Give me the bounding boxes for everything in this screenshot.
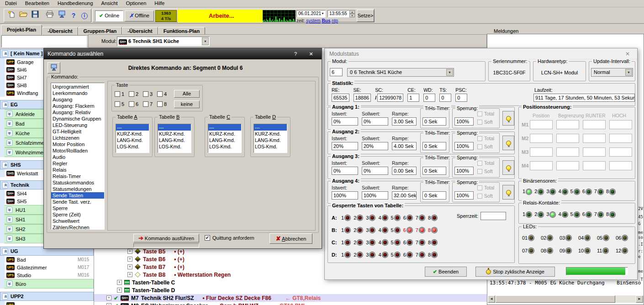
- info-button[interactable]: i: [79, 11, 90, 21]
- tree-row[interactable]: +✔SH+M7Technik SH2 Flur/SZ• Flur Decke S…: [94, 294, 487, 302]
- dialog-titlebar[interactable]: Modulstatus: [325, 48, 637, 59]
- expand-icon[interactable]: +: [106, 295, 111, 300]
- sperrung-value[interactable]: 100%: [454, 191, 474, 200]
- position-field[interactable]: [609, 161, 632, 170]
- tabelle-option[interactable]: KURZ-Kmd.: [254, 131, 287, 137]
- menu-ansicht[interactable]: Ansicht: [97, 0, 122, 6]
- menu-datei[interactable]: Datei: [1, 0, 21, 6]
- zeit-link-ntp[interactable]: ntp: [332, 18, 338, 23]
- menu-bearbeiten[interactable]: Bearbeiten: [21, 0, 53, 6]
- tabelle-option[interactable]: ---: [254, 124, 287, 131]
- dialog-help-button[interactable]: ?: [291, 50, 300, 58]
- dropdown-arrow-icon[interactable]: ▼: [320, 11, 325, 17]
- position-field[interactable]: [609, 147, 632, 157]
- modul-number-field[interactable]: 6: [330, 68, 343, 76]
- chevron-down-icon[interactable]: »: [7, 130, 13, 137]
- tabelle-option[interactable]: KURZ-Kmd.: [208, 131, 241, 137]
- total-checkbox[interactable]: [477, 136, 482, 141]
- tabelle-option[interactable]: LANG-Kmd.: [254, 137, 287, 143]
- position-field[interactable]: [609, 120, 632, 129]
- position-field[interactable]: [583, 120, 606, 129]
- tabelle-option[interactable]: KURZ-Kmd.: [116, 131, 149, 137]
- tabelle-option[interactable]: LANG-Kmd.: [116, 137, 149, 143]
- chevron-down-icon[interactable]: »: [7, 121, 13, 127]
- new-file-button[interactable]: [6, 11, 17, 21]
- trhs-value[interactable]: 0 Sek: [422, 117, 446, 126]
- expand-icon[interactable]: +: [117, 280, 122, 285]
- tabelle-option[interactable]: LOS-Kmd.: [254, 143, 287, 150]
- zeit-link-system[interactable]: system: [306, 18, 321, 23]
- tabelle-option[interactable]: LANG-Kmd.: [208, 137, 241, 143]
- menu-hilfe[interactable]: Hilfe: [150, 0, 169, 6]
- chevron-down-icon[interactable]: »: [7, 226, 13, 232]
- kommando-option[interactable]: Statusmeldungen: [51, 186, 104, 192]
- taste-checkbox-7[interactable]: [143, 101, 148, 107]
- tabelle-option[interactable]: KURZ-Kmd.: [158, 131, 191, 137]
- scroll-left-icon[interactable]: ◄: [488, 295, 495, 303]
- spin-down-icon[interactable]: ▼: [349, 14, 355, 17]
- position-field[interactable]: [556, 161, 579, 170]
- date-field[interactable]: 06.01.2021▼: [296, 10, 326, 17]
- sollwert-value[interactable]: 100%: [362, 191, 388, 200]
- rampe-value[interactable]: 32.00 Sek: [392, 191, 417, 200]
- istwert-value[interactable]: 20%: [332, 142, 358, 150]
- expand-icon[interactable]: +: [127, 272, 132, 277]
- chevron-down-icon[interactable]: »: [7, 207, 13, 213]
- chevron-up-icon[interactable]: »: [2, 182, 8, 188]
- kommando-option[interactable]: Sperre: [51, 205, 104, 211]
- modul-dropdown[interactable]: 0 6 Technik SH1 Küche▼: [347, 68, 454, 77]
- sidebar-group-büro[interactable]: »Büro: [5, 279, 94, 289]
- kommando-option[interactable]: Relais: [51, 167, 104, 173]
- istwert-value[interactable]: 0%: [332, 117, 358, 126]
- kommando-option[interactable]: Zählen/Rechnen: [51, 224, 104, 230]
- expand-icon[interactable]: +: [127, 257, 132, 262]
- stop-zyklische-anzeige-button[interactable]: Stop zyklische Anzeige: [475, 267, 555, 277]
- output-lamp-button[interactable]: [502, 111, 514, 126]
- kommando-option[interactable]: Motor Position: [51, 141, 104, 147]
- chevron-down-icon[interactable]: »: [7, 111, 13, 117]
- connection-button[interactable]: [56, 11, 67, 21]
- sidebar-item-studio[interactable]: UPSStudioM016: [5, 271, 94, 279]
- kommando-option[interactable]: GT-Helligkeit: [51, 128, 104, 135]
- position-field[interactable]: [583, 161, 606, 170]
- horizontal-scrollbar[interactable]: ◄ ►: [488, 295, 643, 303]
- chevron-down-icon[interactable]: »: [7, 216, 13, 223]
- kommando-option[interactable]: Leerkommando: [51, 90, 104, 96]
- taste-checkbox-1[interactable]: [115, 91, 120, 97]
- kommando-option[interactable]: Regler: [51, 160, 104, 167]
- total-checkbox[interactable]: [477, 185, 482, 190]
- taste-checkbox-2[interactable]: [129, 91, 134, 97]
- rampe-value[interactable]: 4.00 Sek: [392, 142, 417, 150]
- rampe-value[interactable]: 3.00 Sek: [392, 117, 417, 126]
- chevron-up-icon[interactable]: »: [2, 162, 8, 168]
- trhs-value[interactable]: 0 Sek: [422, 191, 446, 200]
- close-icon[interactable]: ✕: [307, 50, 315, 58]
- chevron-down-icon[interactable]: »: [7, 140, 13, 146]
- sidebar-item-gästezimmer[interactable]: UPSGästezimmerM017: [5, 263, 94, 271]
- taste-checkbox-4[interactable]: [157, 91, 163, 97]
- output-lamp-button[interactable]: [502, 185, 514, 200]
- expand-icon[interactable]: +: [117, 288, 122, 293]
- total-checkbox[interactable]: [477, 111, 482, 116]
- total-checkbox[interactable]: [477, 161, 482, 166]
- position-field[interactable]: [583, 134, 606, 143]
- set-time-button[interactable]: Setze>: [357, 10, 374, 22]
- position-field[interactable]: [530, 134, 553, 143]
- alle-button[interactable]: Alle: [174, 90, 200, 98]
- filter-box[interactable]: [1, 35, 87, 47]
- kommando-option[interactable]: Sende Tast. verz.: [51, 199, 104, 205]
- kommando-option[interactable]: LED-Steuerung: [51, 122, 104, 128]
- soft-checkbox[interactable]: [477, 169, 482, 174]
- scrollbar-thumb[interactable]: [496, 295, 615, 303]
- sollwert-value[interactable]: 0%: [362, 117, 388, 126]
- abbrechen-button[interactable]: ✘ Abbrechen: [269, 233, 312, 244]
- taste-checkbox-5[interactable]: [115, 101, 120, 107]
- soft-checkbox[interactable]: [477, 194, 482, 199]
- sidebar-section-header[interactable]: »UPP2: [0, 292, 94, 301]
- trhs-value[interactable]: 0 Sek: [422, 167, 446, 175]
- menu-handbedienung[interactable]: Handbedienung: [53, 0, 97, 6]
- expand-icon[interactable]: +: [106, 303, 111, 305]
- tabelle-option[interactable]: LOS-Kmd.: [116, 143, 149, 150]
- kommando-option[interactable]: Motor/Rollladen: [51, 147, 104, 154]
- time-spinner[interactable]: ▲▼: [349, 10, 355, 17]
